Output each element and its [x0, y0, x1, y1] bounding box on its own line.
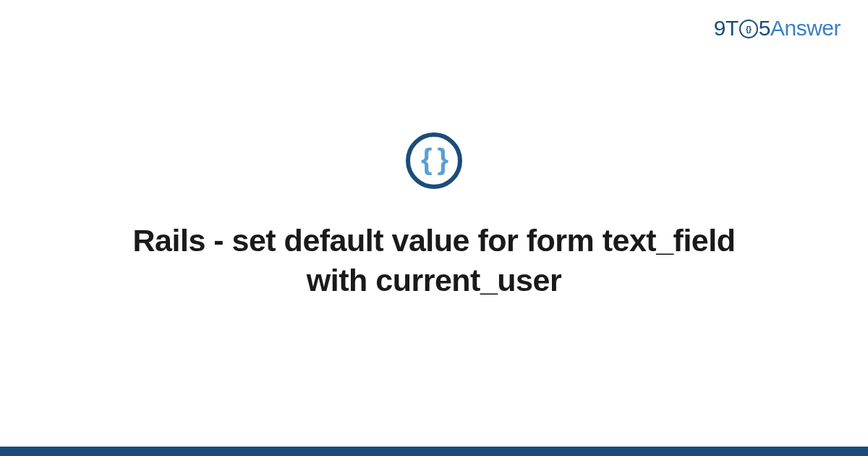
main-content: { } Rails - set default value for form t…: [0, 0, 868, 447]
footer-accent-bar: [0, 447, 868, 456]
page-title: Rails - set default value for form text_…: [109, 221, 760, 300]
topic-icon-circle: { }: [406, 132, 462, 189]
braces-icon: { }: [421, 145, 447, 174]
